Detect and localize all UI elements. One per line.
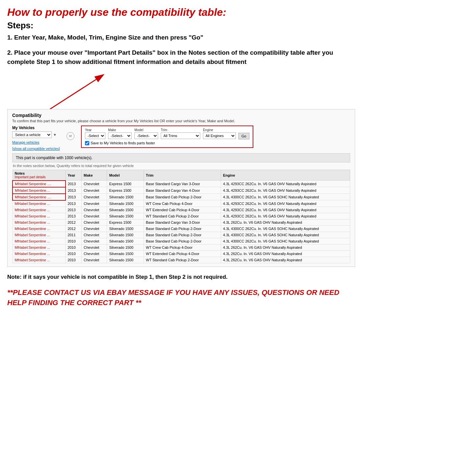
engine-cell: 4.3L 262Cu. In. V6 GAS OHV Naturally Asp… — [221, 219, 350, 225]
make-cell: Chevrolet — [82, 194, 107, 200]
engine-cell: 4.3L 4293CC 262Cu. In. V6 GAS OHV Natura… — [221, 200, 350, 207]
table-row: Mfrlabel:Serpentine ...2013ChevroletSilv… — [13, 207, 350, 213]
model-label: Model — [134, 128, 158, 132]
notes-sub-header: Important part details — [15, 175, 64, 179]
model-select[interactable]: -Select- — [134, 132, 158, 139]
table-row: Mfrlabel:Serpentine ...2010ChevroletSilv… — [13, 257, 350, 263]
notes-info: In the notes section below, Quantity ref… — [12, 164, 350, 168]
trim-select[interactable]: All Trims — [161, 132, 200, 139]
year-cell: 2010 — [66, 238, 82, 244]
save-checkbox[interactable] — [85, 141, 89, 145]
notes-cell: Mfrlabel:Serpentine ... — [13, 257, 66, 263]
year-cell: 2011 — [66, 232, 82, 238]
table-row: Mfrlabel:Serpentine....2013ChevroletExpr… — [13, 187, 350, 194]
engine-cell: 4.3L 4300CC 262Cu. In. V6 GAS SOHC Natur… — [221, 232, 350, 238]
table-row: Mfrlabel:Serpentine ...2010ChevroletSilv… — [13, 250, 350, 257]
engine-cell: 4.3L 4300CC 262Cu. In. V6 GAS SOHC Natur… — [221, 194, 350, 200]
notes-header: Notes Important part details — [13, 170, 66, 181]
model-cell: Silverado 1500 — [107, 257, 144, 263]
notes-cell: Mfrlabel:Serpentine .... — [13, 181, 66, 187]
save-checkbox-row: Save to My Vehicles to finds parts faste… — [85, 141, 249, 145]
trim-cell: Base Standard Cargo Van 3-Door — [144, 181, 221, 187]
notes-cell: Mfrlabel:Serpentine ... — [13, 250, 66, 257]
contact-text: **PLEASE CONTACT US VIA EBAY MESSAGE IF … — [7, 288, 355, 308]
make-cell: Chevrolet — [82, 219, 107, 225]
model-cell: Silverado 1500 — [107, 232, 144, 238]
trim-cell: Base Standard Cab Pickup 2-Door — [144, 225, 221, 232]
make-cell: Chevrolet — [82, 187, 107, 194]
year-make-engine-section: Year -Select- Make -Select- Model — [81, 126, 253, 148]
trim-cell: Base Standard Cab Pickup 2-Door — [144, 194, 221, 200]
model-field: Model -Select- — [134, 128, 158, 139]
compatibility-box: Compatibility To confirm that this part … — [7, 109, 355, 267]
make-cell: Chevrolet — [82, 238, 107, 244]
table-row: Mfrlabel:Serpentine ...2013ChevroletSilv… — [13, 200, 350, 207]
year-label: Year — [85, 128, 105, 132]
manage-vehicles-link[interactable]: Manage vehicles — [12, 140, 60, 144]
table-header-row: Notes Important part details Year Make M… — [13, 170, 350, 181]
trim-header: Trim — [144, 170, 221, 181]
engine-cell: 4.3L 4293CC 262Cu. In. V6 GAS OHV Natura… — [221, 207, 350, 213]
model-cell: Silverado 1500 — [107, 194, 144, 200]
make-cell: Chevrolet — [82, 213, 107, 219]
make-field: Make -Select- — [108, 128, 132, 139]
steps-heading: Steps: — [7, 20, 355, 31]
make-cell: Chevrolet — [82, 244, 107, 250]
save-label: Save to My Vehicles to finds parts faste… — [91, 141, 155, 145]
make-select[interactable]: -Select- — [108, 132, 132, 139]
trim-label: Trim — [161, 128, 200, 132]
engine-cell: 4.3L 262Cu. In. V6 GAS OHV Naturally Asp… — [221, 244, 350, 250]
compat-title: Compatibility — [12, 113, 350, 118]
arrow-graphic — [40, 73, 113, 112]
make-cell: Chevrolet — [82, 225, 107, 232]
vehicle-select[interactable]: Select a vehicle — [12, 131, 52, 138]
vehicle-select-wrapper: Select a vehicle ▼ — [12, 131, 60, 138]
model-cell: Silverado 1500 — [107, 250, 144, 257]
trim-cell: Base Standard Cab Pickup 2-Door — [144, 238, 221, 244]
make-header: Make — [82, 170, 107, 181]
model-cell: Silverado 1500 — [107, 213, 144, 219]
notes-cell: Mfrlabel:Serpentine ... — [13, 238, 66, 244]
table-row: Mfrlabel:Serpentine ...2013ChevroletSilv… — [13, 213, 350, 219]
engine-cell: 4.3L 262Cu. In. V6 GAS OHV Naturally Asp… — [221, 250, 350, 257]
trim-cell: WT Crew Cab Pickup 4-Door — [144, 244, 221, 250]
make-cell: Chevrolet — [82, 232, 107, 238]
year-field: Year -Select- — [85, 128, 105, 139]
make-cell: Chevrolet — [82, 207, 107, 213]
year-cell: 2010 — [66, 244, 82, 250]
engine-select[interactable]: All Engines — [203, 132, 236, 139]
model-cell: Express 1500 — [107, 181, 144, 187]
model-cell: Silverado 1500 — [107, 225, 144, 232]
trim-cell: WT Extended Cab Pickup 4-Door — [144, 250, 221, 257]
year-cell: 2013 — [66, 213, 82, 219]
step2-text: 2. Place your mouse over "Important Part… — [7, 48, 355, 67]
year-cell: 2010 — [66, 257, 82, 263]
step1-text: 1. Enter Year, Make, Model, Trim, Engine… — [7, 33, 355, 42]
trim-cell: WT Extended Cab Pickup 4-Door — [144, 207, 221, 213]
engine-cell: 4.3L 4300CC 262Cu. In. V6 GAS SOHC Natur… — [221, 238, 350, 244]
engine-cell: 4.3L 262Cu. In. V6 GAS OHV Naturally Asp… — [221, 257, 350, 263]
make-cell: Chevrolet — [82, 200, 107, 207]
notes-cell: Mfrlabel:Serpentine ... — [13, 232, 66, 238]
year-cell: 2010 — [66, 250, 82, 257]
year-select[interactable]: -Select- — [85, 132, 105, 139]
make-cell: Chevrolet — [82, 181, 107, 187]
notes-cell: Mfrlabel:Serpentine ... — [13, 207, 66, 213]
model-cell: Express 1500 — [107, 219, 144, 225]
notes-cell: Mfrlabel:Serpentine ... — [13, 225, 66, 232]
go-button[interactable]: Go — [238, 133, 249, 139]
note-text: Note: if it says your vehicle is not com… — [7, 273, 355, 281]
model-cell: Silverado 1500 — [107, 200, 144, 207]
notes-header-label: Notes — [15, 171, 64, 175]
compatibility-table: Notes Important part details Year Make M… — [12, 170, 350, 263]
engine-cell: 4.3L 4300CC 262Cu. In. V6 GAS SOHC Natur… — [221, 225, 350, 232]
dropdown-arrow-icon: ▼ — [53, 133, 57, 137]
show-all-link[interactable]: [show all compatible vehicles] — [12, 147, 60, 151]
engine-cell: 4.3L 4293CC 262Cu. In. V6 GAS OHV Natura… — [221, 181, 350, 187]
model-cell: Silverado 1500 — [107, 244, 144, 250]
make-label: Make — [108, 128, 132, 132]
trim-cell: WT Crew Cab Pickup 4-Door — [144, 200, 221, 207]
table-row: Mfrlabel:Serpentine ...2012ChevroletSilv… — [13, 225, 350, 232]
year-header: Year — [66, 170, 82, 181]
my-vehicles-section: My Vehicles Select a vehicle ▼ Manage ve… — [12, 126, 60, 151]
